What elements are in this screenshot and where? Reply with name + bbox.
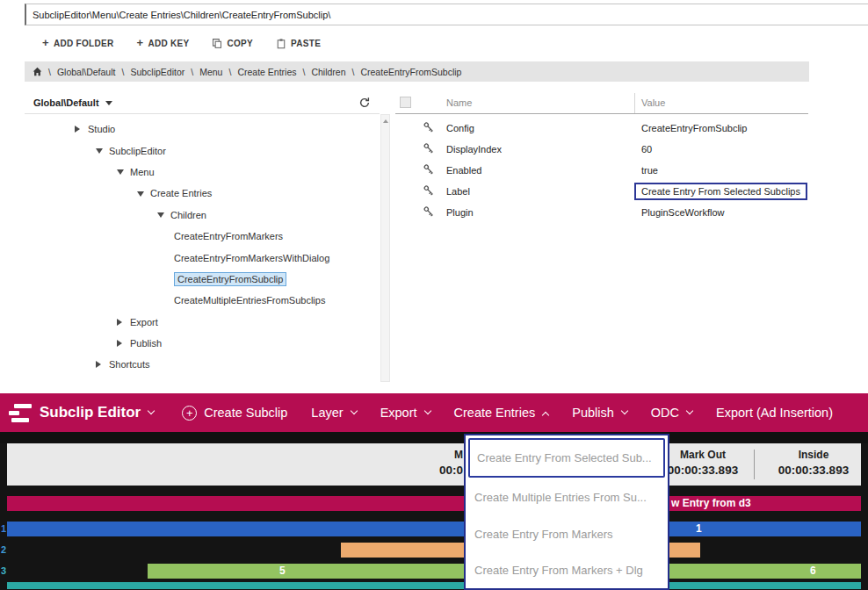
table-row[interactable]: DisplayIndex 60: [395, 139, 808, 160]
chevron-down-icon[interactable]: [117, 169, 124, 175]
tree-item-createentryfromsubclip[interactable]: CreateEntryFromSubclip: [25, 269, 380, 290]
breadcrumb-segment-global-default[interactable]: Global\Default: [57, 67, 116, 77]
tree-item-publish[interactable]: Publish: [25, 333, 380, 354]
tree-item-export[interactable]: Export: [25, 312, 380, 333]
menu-create-entries[interactable]: Create Entries: [454, 406, 549, 420]
tree-item-shortcuts[interactable]: Shortcuts: [25, 354, 380, 375]
menu-publish-label: Publish: [572, 406, 614, 420]
key-icon: [419, 204, 437, 221]
breadcrumb-separator: \: [48, 67, 51, 77]
breadcrumb-segment-createentryfromsubclip[interactable]: CreateEntryFromSubclip: [360, 67, 461, 77]
scroll-up-icon[interactable]: [383, 119, 388, 123]
breadcrumb-segment-create-entries[interactable]: Create Entries: [237, 67, 296, 77]
tree-item-label: CreateMultipleEntriesFromSubclips: [174, 295, 325, 306]
add-folder-button[interactable]: + ADD FOLDER: [42, 39, 113, 48]
tree-item-label: Studio: [88, 124, 115, 134]
property-value-highlighted[interactable]: Create Entry From Selected Subclips: [634, 183, 807, 200]
property-name: DisplayIndex: [446, 144, 502, 155]
spacer-strip: [0, 432, 868, 443]
track3-clip[interactable]: 5: [148, 564, 464, 579]
chevron-down-icon: [350, 407, 357, 414]
track3-clip[interactable]: 6: [669, 564, 861, 579]
home-icon[interactable]: [33, 67, 42, 76]
select-all-checkbox[interactable]: [400, 97, 411, 108]
key-icon: [419, 183, 437, 200]
properties-table: Name Value Config CreateEntryFromSubclip: [395, 91, 808, 393]
copy-button[interactable]: COPY: [212, 38, 253, 49]
tree-item-create-entries[interactable]: Create Entries: [25, 183, 380, 204]
add-key-button[interactable]: + ADD KEY: [136, 39, 189, 48]
menu-publish[interactable]: Publish: [572, 406, 627, 420]
chevron-down-icon[interactable]: [157, 212, 164, 218]
dropdown-item-create-entry-from-selected-subclips[interactable]: Create Entry From Selected Sub...: [468, 438, 665, 478]
paste-icon: [276, 38, 286, 49]
tree-item-label: Menu: [130, 167, 155, 177]
tree-item-label: SubclipEditor: [109, 146, 166, 156]
menu-export-ad-insertion[interactable]: Export (Ad Insertion): [716, 406, 833, 420]
table-row-label[interactable]: Label Create Entry From Selected Subclip…: [395, 181, 808, 202]
chevron-up-icon: [542, 411, 549, 418]
column-header-value: Value: [641, 97, 665, 108]
menu-export[interactable]: Export: [380, 406, 430, 420]
tree-item-createentryfrommarkers[interactable]: CreateEntryFromMarkers: [25, 226, 380, 247]
path-input[interactable]: [25, 4, 868, 25]
property-value: PluginSceWorkflow: [641, 207, 725, 218]
track3-clip-label: 6: [810, 565, 816, 578]
chevron-right-icon[interactable]: [96, 361, 101, 368]
key-icon: [419, 162, 437, 179]
tree-item-studio[interactable]: Studio: [25, 119, 380, 140]
paste-label: PASTE: [291, 39, 321, 48]
plus-icon: +: [136, 39, 143, 47]
key-icon: [419, 119, 437, 137]
tree-item-menu[interactable]: Menu: [25, 162, 380, 183]
chevron-right-icon[interactable]: [117, 319, 122, 326]
timecode-info-panel: M 00:0 Mark Out 00:00:33.893 Inside 00:0…: [7, 443, 861, 486]
create-entries-dropdown: Create Entry From Selected Sub... Create…: [464, 434, 669, 590]
breadcrumb-segment-subclipeditor[interactable]: SubclipEditor: [130, 67, 184, 77]
add-folder-label: ADD FOLDER: [54, 39, 114, 48]
table-row[interactable]: Enabled true: [395, 160, 808, 181]
table-row[interactable]: Plugin PluginSceWorkflow: [395, 202, 808, 223]
tree-item-children[interactable]: Children: [25, 205, 380, 226]
menu-odc[interactable]: ODC: [651, 406, 692, 420]
tree-item-createentryfrommarkerswithdialog[interactable]: CreateEntryFromMarkersWithDialog: [25, 247, 380, 268]
chevron-down-icon: [686, 407, 693, 414]
breadcrumb-segment-children[interactable]: Children: [311, 67, 345, 77]
table-row[interactable]: Config CreateEntryFromSubclip: [395, 118, 808, 139]
paste-button[interactable]: PASTE: [276, 38, 321, 49]
tree-item-subclipeditor[interactable]: SubclipEditor: [25, 140, 380, 161]
dropdown-item-create-entry-from-markers[interactable]: Create Entry From Markers: [466, 516, 668, 552]
menu-export-label: Export: [380, 406, 417, 420]
key-icon: [419, 140, 437, 158]
property-name: Config: [446, 123, 474, 133]
tree-item-label: CreateEntryFromMarkers: [174, 231, 283, 241]
track1-clip[interactable]: 1: [7, 522, 861, 536]
column-header-name: Name: [446, 97, 472, 108]
property-value: 60: [641, 144, 652, 155]
inside-label: Inside: [765, 449, 862, 461]
copy-icon: [212, 38, 222, 49]
tree-scrollbar[interactable]: [380, 114, 390, 382]
timeline-scrollbar[interactable]: [7, 582, 861, 589]
tree-item-label: Create Entries: [150, 188, 212, 198]
timeline: w Entry from d3 1 2 3 1 5 6: [0, 486, 868, 590]
dropdown-item-create-entry-from-markers-dlg[interactable]: Create Entry From Markers + Dlg: [466, 552, 668, 588]
menu-create-subclip[interactable]: + Create Subclip: [182, 406, 287, 421]
app-title-menu[interactable]: Subclip Editor: [40, 404, 154, 421]
track3-clip-label: 5: [279, 565, 286, 578]
dropdown-item-create-multiple-entries-from-subclips[interactable]: Create Multiple Entries From Su...: [466, 479, 668, 515]
track2-clip[interactable]: [341, 543, 466, 558]
tree-item-createmultipleentriesfromsubclips[interactable]: CreateMultipleEntriesFromSubclips: [25, 290, 380, 311]
tree-root-label: Global\Default: [33, 97, 99, 108]
tree-item-label: Children: [170, 210, 206, 220]
entry-ribbon[interactable]: w Entry from d3: [7, 496, 861, 511]
chevron-right-icon[interactable]: [117, 340, 122, 347]
chevron-down-icon[interactable]: [137, 191, 144, 197]
menu-layer[interactable]: Layer: [311, 406, 356, 420]
chevron-down-icon[interactable]: [96, 148, 103, 154]
tree-root-header[interactable]: Global\Default: [25, 91, 380, 114]
menu-items: + Create Subclip Layer Export Create Ent…: [182, 406, 833, 421]
chevron-right-icon[interactable]: [75, 126, 80, 133]
breadcrumb-segment-menu[interactable]: Menu: [199, 67, 222, 77]
refresh-icon[interactable]: [358, 97, 371, 109]
